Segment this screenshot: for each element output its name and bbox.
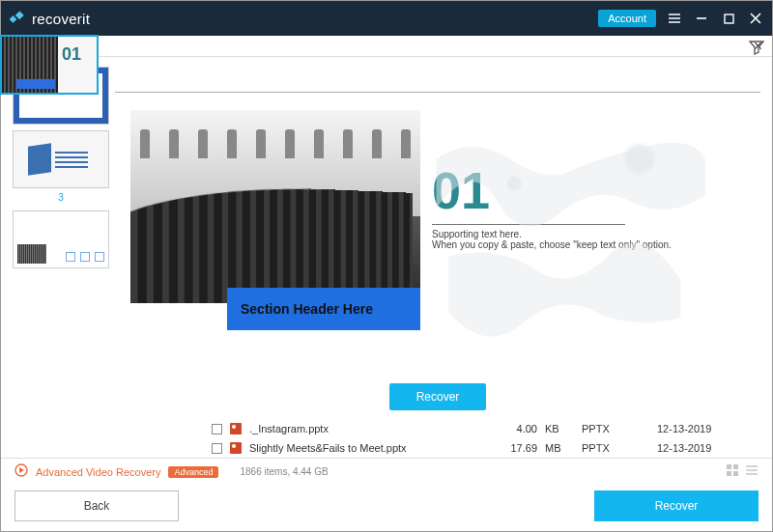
slide-thumbnails: 2018 REPORT 01 3 bbox=[7, 63, 115, 417]
file-type: PPTX bbox=[582, 442, 649, 454]
grid-view-icon[interactable] bbox=[726, 463, 739, 480]
file-unit: MB bbox=[545, 442, 574, 454]
app-logo: recoverit bbox=[9, 10, 90, 27]
file-list: ._Instagram.pptx 4.00 KB PPTX 12-13-2019… bbox=[1, 417, 772, 458]
file-row[interactable]: Slightly Meets&Fails to Meet.pptx 17.69 … bbox=[212, 438, 759, 458]
section-header-text: Section Header Here bbox=[241, 301, 373, 317]
menu-icon[interactable] bbox=[666, 10, 683, 27]
close-icon[interactable] bbox=[747, 10, 764, 27]
file-size: 17.69 bbox=[470, 442, 537, 454]
thumb3-bar bbox=[16, 79, 55, 89]
svg-rect-0 bbox=[10, 15, 17, 23]
file-checkbox[interactable] bbox=[212, 424, 222, 434]
svg-rect-2 bbox=[725, 14, 733, 23]
photo-statues bbox=[140, 129, 411, 168]
titlebar-controls: Account bbox=[598, 10, 764, 27]
file-name: ._Instagram.pptx bbox=[249, 423, 462, 434]
file-size: 4.00 bbox=[470, 423, 537, 434]
file-date: 12-13-2019 bbox=[657, 423, 744, 434]
file-date: 12-13-2019 bbox=[657, 442, 744, 454]
thumbnail-2[interactable] bbox=[13, 130, 109, 188]
svg-rect-4 bbox=[727, 464, 731, 469]
preview-file-bar: 2.pptx (3.60 MB) × bbox=[1, 36, 772, 57]
app-window: recoverit Account 2.pptx (3.60 MB) × 201… bbox=[0, 0, 773, 532]
thumbnail-3[interactable]: 01 bbox=[7, 63, 98, 94]
filter-icon[interactable] bbox=[749, 40, 764, 59]
preview-area: 2018 REPORT 01 3 bbox=[1, 57, 772, 417]
section-header-box: Section Header Here bbox=[227, 288, 420, 330]
pptx-icon bbox=[230, 442, 242, 454]
minimize-icon[interactable] bbox=[693, 10, 710, 27]
bottom-bar: Advanced Video Recovery Advanced 1866 it… bbox=[1, 458, 772, 483]
file-type: PPTX bbox=[582, 423, 649, 434]
book-icon bbox=[28, 143, 51, 175]
list-view-icon[interactable] bbox=[745, 463, 759, 480]
thumb4-boxes bbox=[66, 252, 104, 262]
world-map-decor bbox=[420, 110, 733, 354]
items-summary: 1866 items, 4.44 GB bbox=[240, 466, 328, 477]
back-button[interactable]: Back bbox=[14, 490, 179, 521]
advanced-badge: Advanced bbox=[168, 466, 218, 478]
recover-button[interactable]: Recover bbox=[594, 490, 759, 521]
footer: Back Recover bbox=[1, 483, 772, 531]
app-name: recoverit bbox=[32, 11, 90, 27]
thumb4-mini bbox=[17, 244, 46, 264]
slide-stage: Section Header Here 01 Supporting text h… bbox=[115, 92, 760, 372]
pptx-icon bbox=[230, 423, 242, 434]
svg-rect-1 bbox=[15, 11, 24, 19]
advanced-video-recovery[interactable]: Advanced Video Recovery Advanced bbox=[14, 463, 218, 481]
lines-decor bbox=[55, 152, 94, 168]
thumb-label-3: 3 bbox=[58, 192, 64, 203]
svg-rect-5 bbox=[733, 464, 738, 469]
account-button[interactable]: Account bbox=[598, 10, 656, 27]
slide-photo bbox=[130, 110, 420, 303]
slide-content: Section Header Here 01 Supporting text h… bbox=[130, 110, 733, 354]
file-checkbox[interactable] bbox=[212, 443, 222, 454]
recoverit-logo-icon bbox=[9, 10, 26, 27]
file-name: Slightly Meets&Fails to Meet.pptx bbox=[249, 442, 462, 454]
view-toggle bbox=[726, 463, 759, 480]
avr-label: Advanced Video Recovery bbox=[36, 466, 160, 478]
slide-preview-wrap: Section Header Here 01 Supporting text h… bbox=[115, 63, 760, 417]
svg-rect-6 bbox=[727, 471, 731, 476]
thumb3-num: 01 bbox=[62, 63, 81, 65]
titlebar: recoverit Account bbox=[1, 1, 772, 36]
maximize-icon[interactable] bbox=[720, 10, 737, 27]
slide-right-area: 01 Supporting text here. When you copy &… bbox=[420, 110, 733, 354]
file-row[interactable]: ._Instagram.pptx 4.00 KB PPTX 12-13-2019 bbox=[212, 419, 759, 438]
content-area: 2.pptx (3.60 MB) × 2018 REPORT 01 3 bbox=[1, 36, 772, 531]
avr-icon bbox=[14, 463, 28, 481]
preview-recover-button[interactable]: Recover bbox=[389, 383, 487, 410]
file-unit: KB bbox=[545, 423, 574, 434]
svg-rect-7 bbox=[733, 471, 738, 476]
thumbnail-4[interactable] bbox=[13, 210, 109, 268]
